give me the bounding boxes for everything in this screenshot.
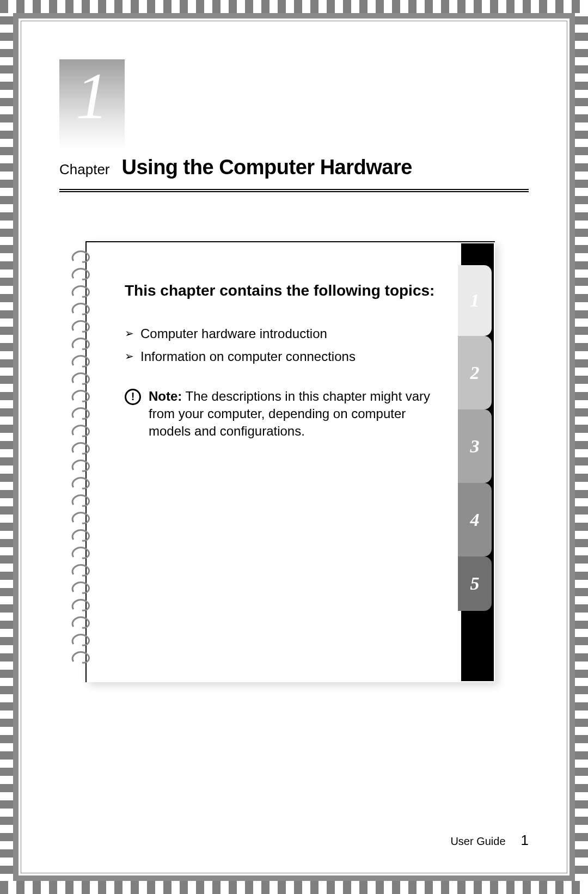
chapter-number: 1 xyxy=(76,64,108,129)
spiral-ring-icon xyxy=(70,320,92,334)
note-icon: ! xyxy=(125,389,141,405)
spiral-ring-icon xyxy=(70,372,92,386)
section-tab-5: 5 xyxy=(458,556,492,611)
note-block: ! Note: The descriptions in this chapter… xyxy=(125,388,435,440)
spiral-ring-icon xyxy=(70,616,92,630)
spiral-ring-icon xyxy=(70,354,92,369)
spiral-ring-icon xyxy=(70,546,92,560)
section-tabs: 1 2 3 4 5 xyxy=(458,265,492,611)
chapter-number-badge: 1 xyxy=(59,59,125,149)
footer-doc-name: User Guide xyxy=(450,835,505,848)
notebook-content: This chapter contains the following topi… xyxy=(125,280,435,440)
bullet-arrow-icon: ➢ xyxy=(125,325,134,342)
spiral-ring-icon xyxy=(70,564,92,578)
title-double-rule xyxy=(59,189,529,192)
chapter-label: Chapter xyxy=(59,161,110,178)
list-item: ➢ Information on computer connections xyxy=(125,348,435,365)
notebook: 1 2 3 4 5 This chapter contains the foll… xyxy=(70,241,495,682)
page-footer: User Guide 1 xyxy=(450,832,529,849)
spiral-ring-icon xyxy=(70,337,92,351)
list-item: ➢ Computer hardware introduction xyxy=(125,325,435,342)
section-tab-4: 4 xyxy=(458,483,492,556)
spiral-ring-icon xyxy=(70,459,92,473)
spiral-ring-icon xyxy=(70,250,92,264)
spiral-binding xyxy=(70,250,94,665)
spiral-ring-icon xyxy=(70,511,92,525)
footer-page-number: 1 xyxy=(521,832,529,849)
chapter-header: 1 Chapter Using the Computer Hardware xyxy=(59,59,529,192)
bullet-arrow-icon: ➢ xyxy=(125,348,134,365)
spiral-ring-icon xyxy=(70,598,92,613)
topic-text: Information on computer connections xyxy=(140,348,356,365)
spiral-ring-icon xyxy=(70,651,92,665)
spiral-ring-icon xyxy=(70,529,92,543)
solid-mid-border: 1 Chapter Using the Computer Hardware 1 … xyxy=(13,13,575,881)
spiral-ring-icon xyxy=(70,494,92,508)
notebook-page: 1 2 3 4 5 This chapter contains the foll… xyxy=(85,241,495,682)
section-tab-2: 2 xyxy=(458,336,492,409)
spiral-ring-icon xyxy=(70,581,92,595)
chapter-title: Using the Computer Hardware xyxy=(122,156,412,179)
spiral-ring-icon xyxy=(70,633,92,647)
spiral-ring-icon xyxy=(70,407,92,421)
dashed-outer-border: 1 Chapter Using the Computer Hardware 1 … xyxy=(0,0,588,894)
topics-list: ➢ Computer hardware introduction ➢ Infor… xyxy=(125,325,435,366)
spiral-ring-icon xyxy=(70,285,92,299)
topics-heading: This chapter contains the following topi… xyxy=(125,280,435,301)
spiral-ring-icon xyxy=(70,424,92,438)
spiral-ring-icon xyxy=(70,389,92,403)
note-body: The descriptions in this chapter might v… xyxy=(149,389,430,439)
spiral-ring-icon xyxy=(70,267,92,281)
note-label: Note: xyxy=(149,389,182,403)
section-tab-1: 1 xyxy=(458,265,492,336)
spiral-ring-icon xyxy=(70,442,92,456)
section-tab-3: 3 xyxy=(458,409,492,483)
note-text: Note: The descriptions in this chapter m… xyxy=(149,388,435,440)
topic-text: Computer hardware introduction xyxy=(140,325,327,342)
spiral-ring-icon xyxy=(70,476,92,491)
page-body: 1 Chapter Using the Computer Hardware 1 … xyxy=(21,21,567,873)
spiral-ring-icon xyxy=(70,302,92,316)
